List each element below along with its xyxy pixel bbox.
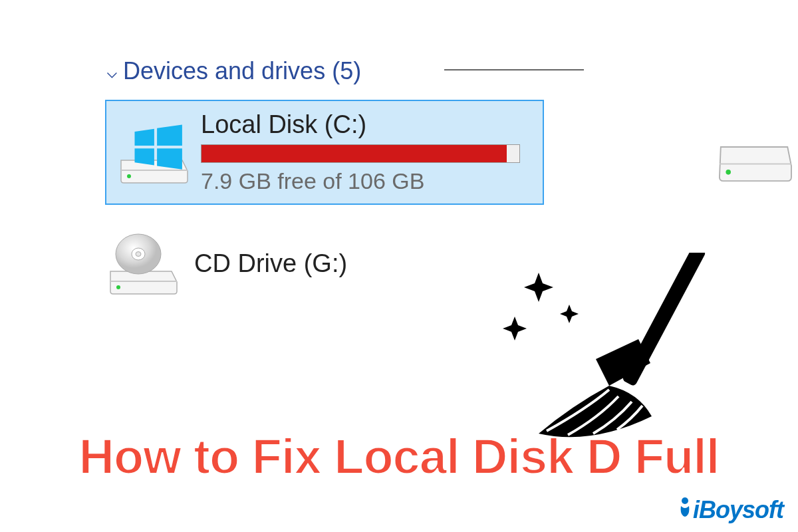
cd-drive-icon bbox=[105, 230, 178, 297]
drive-c-capacity-bar bbox=[201, 144, 520, 163]
svg-point-12 bbox=[136, 252, 141, 257]
svg-point-1 bbox=[127, 174, 131, 178]
svg-marker-2 bbox=[135, 129, 154, 146]
drive-c-title: Local Disk (C:) bbox=[201, 110, 533, 139]
drive-cd[interactable]: CD Drive (G:) bbox=[105, 230, 347, 297]
svg-point-9 bbox=[116, 285, 120, 289]
brand-text: iBoysoft bbox=[693, 496, 783, 524]
broom-icon bbox=[499, 253, 738, 452]
svg-rect-8 bbox=[110, 281, 177, 282]
chevron-down-icon[interactable]: ⌵ bbox=[106, 61, 118, 82]
brand-logo: iBoysoft bbox=[677, 496, 783, 524]
drive-c-info: Local Disk (C:) 7.9 GB free of 106 GB bbox=[201, 110, 533, 194]
svg-marker-3 bbox=[157, 125, 182, 146]
section-divider bbox=[444, 69, 584, 70]
canvas: ⌵ Devices and drives (5) Local Disk (C:) bbox=[0, 0, 798, 532]
drive-c-capacity-fill bbox=[201, 145, 507, 162]
svg-marker-5 bbox=[157, 148, 182, 170]
drive-c-free-text: 7.9 GB free of 106 GB bbox=[201, 168, 533, 194]
drive-local-disk-c[interactable]: Local Disk (C:) 7.9 GB free of 106 GB bbox=[105, 100, 544, 205]
svg-rect-0 bbox=[121, 170, 188, 171]
brand-icon bbox=[677, 497, 693, 518]
svg-rect-6 bbox=[720, 164, 791, 165]
drive-cd-label: CD Drive (G:) bbox=[194, 249, 347, 278]
windows-drive-icon bbox=[116, 119, 189, 186]
svg-marker-4 bbox=[135, 148, 154, 165]
drive-partial-right[interactable] bbox=[716, 134, 794, 182]
headline: How to Fix Local Disk D Full bbox=[0, 428, 798, 485]
svg-point-7 bbox=[726, 170, 731, 175]
devices-drives-header[interactable]: ⌵ Devices and drives (5) bbox=[106, 57, 361, 85]
svg-point-14 bbox=[682, 497, 688, 504]
section-header-label: Devices and drives (5) bbox=[123, 57, 361, 85]
